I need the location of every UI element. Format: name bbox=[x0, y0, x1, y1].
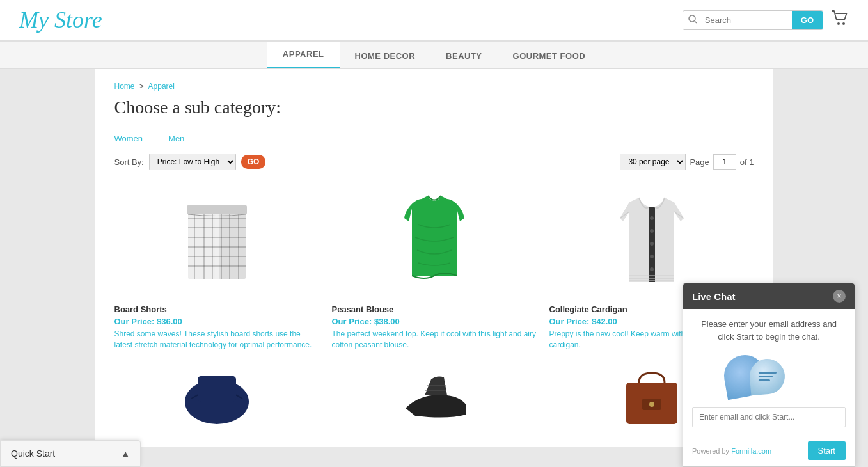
page-label: Page bbox=[690, 157, 709, 167]
svg-line-1 bbox=[695, 21, 697, 23]
product-price-board-shorts: Our Price: $36.00 bbox=[114, 317, 319, 326]
chat-header-title: Live Chat bbox=[692, 291, 736, 302]
product-image-board-shorts bbox=[114, 183, 319, 298]
subcategory-row: Women Men bbox=[114, 134, 754, 143]
product-card-board-shorts[interactable]: Board Shorts Our Price: $36.00 Shred som… bbox=[114, 183, 319, 351]
product-price-label: Our Price: bbox=[114, 317, 155, 326]
svg-rect-6 bbox=[219, 209, 246, 279]
product-name-board-shorts: Board Shorts bbox=[114, 305, 319, 314]
controls-row: Sort By: Price: Low to High Price: High … bbox=[114, 154, 754, 170]
nav-item-home-decor[interactable]: HOME DECOR bbox=[340, 42, 431, 68]
product-image-peasant-blouse bbox=[332, 183, 537, 298]
product-desc-peasant-blouse: The perfect weekend top. Keep it cool wi… bbox=[332, 329, 537, 351]
chat-header: Live Chat × bbox=[683, 283, 855, 309]
product-partial-black-shoes[interactable] bbox=[332, 363, 537, 427]
sort-go-button[interactable]: GO bbox=[241, 155, 266, 169]
quick-start-label: Quick Start bbox=[11, 448, 55, 459]
svg-point-3 bbox=[842, 22, 845, 25]
sort-select[interactable]: Price: Low to High Price: High to Low Na… bbox=[149, 154, 236, 170]
product-price-peasant-blouse: Our Price: $38.00 bbox=[332, 317, 537, 326]
live-chat-widget: Live Chat × Please enter your email addr… bbox=[683, 283, 855, 467]
chat-start-button[interactable]: Start bbox=[808, 441, 846, 460]
svg-rect-19 bbox=[187, 205, 247, 214]
svg-point-24 bbox=[650, 255, 654, 258]
svg-point-35 bbox=[649, 402, 654, 407]
product-card-peasant-blouse[interactable]: Peasant Blouse Our Price: $38.00 The per… bbox=[332, 183, 537, 351]
chevron-up-icon: ▲ bbox=[121, 448, 130, 459]
pagination-controls: 30 per page 15 per page 60 per page Page… bbox=[620, 154, 754, 170]
svg-point-22 bbox=[650, 229, 654, 233]
chat-footer: Powered by Formilla.com Start bbox=[683, 441, 855, 466]
search-bar: GO bbox=[683, 10, 823, 30]
svg-point-2 bbox=[837, 22, 840, 25]
product-partial-row bbox=[114, 363, 754, 427]
bubble-line-2 bbox=[759, 376, 773, 377]
product-image-cardigan bbox=[549, 183, 754, 298]
svg-point-0 bbox=[689, 15, 695, 22]
product-desc-board-shorts: Shred some waves! These stylish board sh… bbox=[114, 329, 319, 351]
breadcrumb-current[interactable]: Apparel bbox=[148, 82, 175, 91]
svg-point-25 bbox=[650, 267, 654, 271]
powered-by: Powered by Formilla.com bbox=[692, 447, 771, 455]
per-page-select[interactable]: 30 per page 15 per page 60 per page bbox=[620, 154, 686, 170]
quick-start-bar[interactable]: Quick Start ▲ bbox=[0, 440, 141, 467]
sort-label: Sort By: bbox=[114, 157, 144, 167]
header-right: GO bbox=[683, 10, 849, 30]
cart-icon[interactable] bbox=[831, 10, 849, 30]
product-partial-navy-shoes[interactable] bbox=[114, 363, 319, 427]
svg-point-23 bbox=[650, 242, 654, 246]
svg-point-21 bbox=[650, 216, 654, 220]
product-price-value: $36.00 bbox=[157, 317, 182, 326]
subcategory-men[interactable]: Men bbox=[168, 134, 184, 143]
breadcrumb-home[interactable]: Home bbox=[114, 82, 135, 91]
bubble-line-1 bbox=[759, 372, 777, 374]
search-icon bbox=[683, 11, 702, 29]
chat-description: Please enter your email address and clic… bbox=[692, 318, 846, 343]
chat-email-input[interactable] bbox=[692, 407, 846, 427]
page-input[interactable] bbox=[713, 154, 736, 170]
sort-controls: Sort By: Price: Low to High Price: High … bbox=[114, 154, 266, 170]
bubble-line-3 bbox=[759, 379, 770, 381]
powered-by-link[interactable]: Formilla.com bbox=[731, 447, 771, 455]
subcategory-women[interactable]: Women bbox=[114, 134, 143, 143]
search-input[interactable] bbox=[702, 12, 792, 29]
product-name-peasant-blouse: Peasant Blouse bbox=[332, 305, 537, 314]
svg-rect-5 bbox=[188, 209, 215, 279]
search-go-button[interactable]: GO bbox=[792, 11, 823, 29]
chat-body: Please enter your email address and clic… bbox=[683, 309, 855, 441]
page-of: of 1 bbox=[740, 157, 754, 167]
chat-bubbles-illustration bbox=[692, 352, 846, 397]
breadcrumb-separator: > bbox=[139, 82, 144, 91]
page-title: Choose a sub category: bbox=[114, 97, 754, 123]
header: My Store GO bbox=[0, 0, 868, 42]
nav-item-beauty[interactable]: BEAUTY bbox=[430, 42, 497, 68]
nav-item-apparel[interactable]: APPAREL bbox=[267, 42, 340, 68]
logo: My Store bbox=[19, 6, 102, 33]
main-content: Home > Apparel Choose a sub category: Wo… bbox=[95, 69, 773, 447]
chat-bubble-lines bbox=[759, 372, 777, 381]
svg-rect-30 bbox=[198, 376, 236, 402]
breadcrumb: Home > Apparel bbox=[114, 82, 754, 91]
main-nav: APPAREL HOME DECOR BEAUTY GOURMET FOOD bbox=[0, 42, 868, 69]
chat-close-button[interactable]: × bbox=[833, 290, 846, 303]
nav-item-gourmet-food[interactable]: GOURMET FOOD bbox=[498, 42, 601, 68]
product-grid: Board Shorts Our Price: $36.00 Shred som… bbox=[114, 183, 754, 351]
